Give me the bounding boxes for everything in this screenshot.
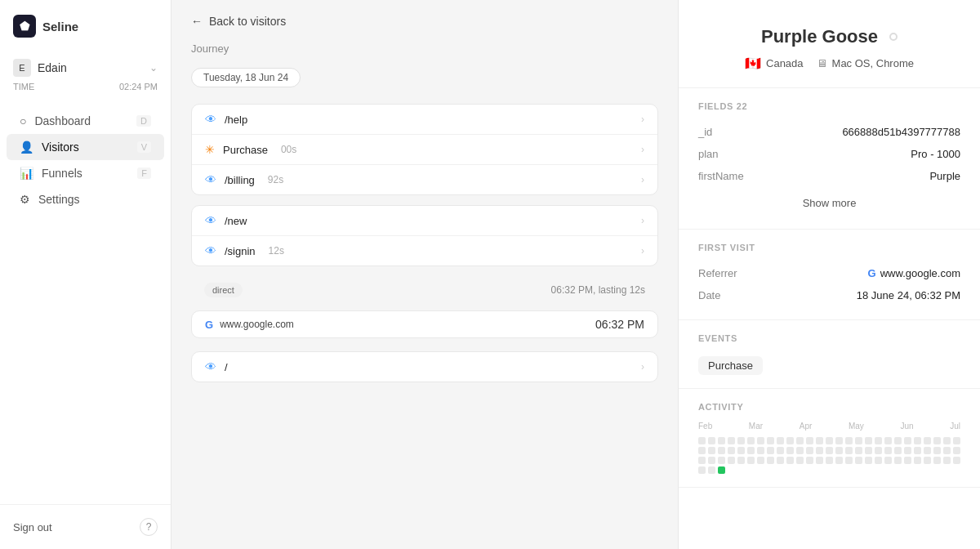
journey-item-help[interactable]: 👁 /help › [192,105,657,135]
activity-dot [816,447,823,454]
event-icon: ✳ [205,143,215,156]
activity-dot [747,447,755,454]
date-value: 18 June 24, 06:32 PM [857,289,960,301]
referrer-row-panel: Referrer G www.google.com [698,262,960,284]
activity-dot [914,447,921,454]
sidebar-item-label: Settings [38,193,80,206]
chevron-right-icon: › [641,361,644,373]
main-content: ← Back to visitors Journey Tuesday, 18 J… [172,0,678,549]
activity-dot [718,457,725,464]
activity-dot [718,447,725,454]
journey-time: 12s [269,245,284,257]
time-value: 02:24 PM [119,82,158,92]
activity-dot [796,457,804,464]
browser-os-item: 🖥 Mac OS, Chrome [817,57,914,69]
sidebar-item-dashboard[interactable]: ○ Dashboard D [7,108,164,134]
journey-item-billing[interactable]: 👁 /billing 92s › [192,165,657,194]
activity-dot [747,457,755,464]
field-row-firstname: firstName Purple [698,165,960,187]
activity-dot [865,447,872,454]
logo-icon: ⬟ [13,15,36,38]
journey-path: /help [225,114,247,126]
date-badge: Tuesday, 18 Jun 24 [191,68,301,87]
activity-dot [865,437,872,444]
activity-dot [875,437,882,444]
nav-items: ○ Dashboard D 👤 Visitors V 📊 Funnels F ⚙… [0,101,171,504]
journey-item-root[interactable]: 👁 / › [192,352,657,382]
activity-dot [786,447,794,454]
activity-dot [777,457,784,464]
journey-path: Purchase [223,144,268,156]
dashboard-shortcut: D [136,115,151,127]
workspace-expand-icon[interactable]: ⌄ [149,62,158,74]
field-value: Pro - 1000 [911,148,960,160]
sidebar-bottom: Sign out ? [0,504,171,549]
chevron-right-icon: › [641,144,644,155]
activity-dot [786,437,794,444]
activity-dot [884,457,892,464]
visitor-header: Purple Goose 🇨🇦 Canada 🖥 Mac OS, Chrome [679,0,980,88]
activity-dot [894,437,902,444]
activity-dot [728,457,735,464]
activity-dot [767,447,774,454]
settings-icon: ⚙ [20,193,30,206]
activity-dot [826,437,833,444]
google-logo-icon: G [205,319,213,331]
session-time: 06:32 PM, lasting 12s [551,284,645,296]
activity-dot [845,437,853,444]
activity-dot [757,447,764,454]
sidebar-item-settings[interactable]: ⚙ Settings [7,186,164,212]
show-more-button[interactable]: Show more [698,190,960,216]
eye-icon: 👁 [205,214,216,227]
back-to-visitors-button[interactable]: ← Back to visitors [172,0,678,42]
journey-item-signin[interactable]: 👁 /signin 12s › [192,236,657,266]
activity-dot [737,447,745,454]
events-section: EVENTS Purchase [679,320,980,389]
referrer-domain-value: www.google.com [880,267,960,279]
browser-os-label: Mac OS, Chrome [832,57,914,69]
help-button[interactable]: ? [140,518,158,536]
activity-dot [865,457,872,464]
workspace-name: E Edain [13,59,67,77]
journey-group-2: 👁 /new › 👁 /signin 12s › [191,205,658,266]
activity-dot [884,447,892,454]
activity-dot [728,447,735,454]
chevron-right-icon: › [641,215,644,226]
chevron-right-icon: › [641,245,644,257]
activity-dot [894,457,902,464]
activity-dot [708,447,715,454]
monitor-icon: 🖥 [817,57,827,69]
journey-item-purchase[interactable]: ✳ Purchase 00s › [192,135,657,165]
journey-path: / [225,361,228,373]
activity-dot [924,457,931,464]
referrer-time: 06:32 PM [595,318,644,331]
activity-dot [718,466,725,474]
journey-time: 92s [268,174,283,185]
journey-item-new[interactable]: 👁 /new › [192,206,657,236]
activity-dot [708,466,715,474]
activity-dot [914,457,921,464]
activity-section: ACTIVITY Feb Mar Apr May Jun Jul [679,389,980,488]
activity-dot [835,457,843,464]
eye-icon: 👁 [205,173,216,186]
session-tag: direct [204,283,243,297]
activity-dot [757,457,764,464]
activity-dot [904,437,911,444]
referrer-value: G www.google.com [868,267,960,279]
activity-dot [943,457,951,464]
activity-dot [737,457,745,464]
referrer-domain: www.google.com [220,319,294,330]
activity-dot [855,457,862,464]
field-row-id: _id 666888d51b4397777788 [698,121,960,143]
sign-out-button[interactable]: Sign out [13,521,52,533]
activity-dot [924,447,931,454]
activity-dot [953,457,960,464]
activity-grid [698,437,960,474]
activity-dot [884,437,892,444]
activity-dot [933,447,941,454]
sidebar-item-funnels[interactable]: 📊 Funnels F [7,160,164,186]
activity-dot [855,437,862,444]
sidebar-item-visitors[interactable]: 👤 Visitors V [7,134,164,160]
first-visit-title: FIRST VISIT [698,243,960,252]
time-label: TIME [13,82,34,92]
